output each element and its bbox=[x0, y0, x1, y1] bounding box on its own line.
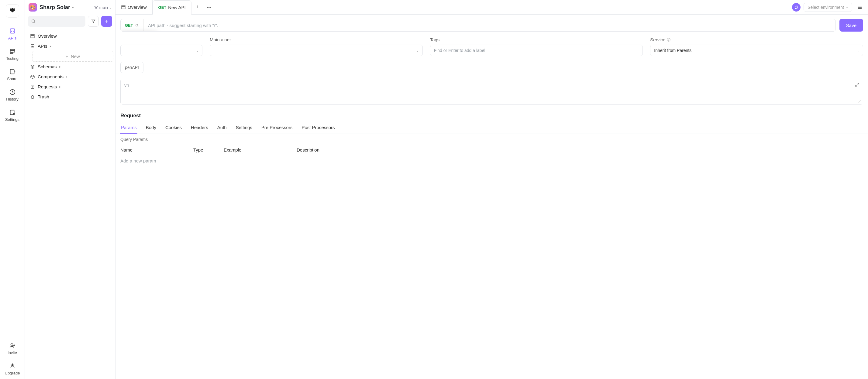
service-select[interactable]: Inherit from Parents ⌄ bbox=[650, 45, 863, 56]
nav-settings[interactable]: Settings bbox=[0, 105, 25, 126]
tab-api-name: New API bbox=[168, 5, 186, 10]
filter-icon bbox=[91, 19, 96, 24]
url-input[interactable] bbox=[144, 23, 835, 28]
svg-point-11 bbox=[96, 8, 96, 8]
trash-icon bbox=[30, 95, 35, 99]
chevron-down-icon: ⌄ bbox=[857, 49, 859, 52]
tree-requests[interactable]: Requests ▸ bbox=[27, 82, 113, 92]
request-tab-auth[interactable]: Auth bbox=[217, 122, 227, 134]
request-tab-params[interactable]: Params bbox=[120, 122, 137, 134]
col-example: Example bbox=[224, 147, 297, 152]
tree-overview[interactable]: Overview bbox=[27, 31, 113, 41]
params-table-header: Name Type Example Description bbox=[116, 145, 868, 155]
url-box: GET GETPOSTPUTDELETEOPTIONSHEADPATCHTRAC… bbox=[120, 19, 836, 32]
left-icon-bar: APIs Testing Share History Settings Invi… bbox=[0, 0, 25, 379]
request-tab-body[interactable]: Body bbox=[145, 122, 157, 134]
method-dropdown: GETPOSTPUTDELETEOPTIONSHEADPATCHTRACE bbox=[120, 31, 157, 32]
svg-rect-0 bbox=[10, 29, 14, 33]
tree-search[interactable] bbox=[28, 16, 85, 27]
nav-apis-label: APIs bbox=[8, 36, 17, 40]
upgrade-icon bbox=[9, 362, 16, 370]
request-tab-headers[interactable]: Headers bbox=[190, 122, 209, 134]
nav-upgrade[interactable]: Upgrade bbox=[0, 359, 25, 379]
branch-caret-icon: ⌄ bbox=[109, 6, 112, 9]
nav-testing-label: Testing bbox=[6, 56, 19, 61]
openapi-button[interactable]: penAPI bbox=[120, 62, 144, 73]
expand-button[interactable] bbox=[853, 81, 861, 89]
project-name[interactable]: Sharp Solar ▼ bbox=[39, 4, 91, 11]
svg-rect-2 bbox=[10, 51, 14, 52]
nav-history-label: History bbox=[6, 97, 18, 101]
overview-icon bbox=[30, 34, 35, 39]
components-icon bbox=[30, 74, 35, 79]
col-type: Type bbox=[193, 147, 224, 152]
hamburger-icon bbox=[857, 5, 863, 10]
tree-schemas[interactable]: Schemas ▸ bbox=[27, 62, 113, 72]
requests-caret-icon: ▸ bbox=[59, 85, 61, 89]
search-small-icon bbox=[135, 23, 139, 27]
branch-selector[interactable]: main ⌄ bbox=[94, 5, 112, 10]
svg-point-12 bbox=[32, 20, 35, 23]
tab-add[interactable]: + bbox=[191, 4, 203, 10]
nav-invite-label: Invite bbox=[8, 350, 17, 355]
tree-schemas-label: Schemas bbox=[38, 64, 57, 69]
nav-history[interactable]: History bbox=[0, 85, 25, 105]
tab-overview[interactable]: Overview bbox=[116, 0, 153, 14]
svg-rect-18 bbox=[122, 5, 125, 6]
request-tab-pre-processors[interactable]: Pre Processors bbox=[261, 122, 293, 134]
nav-invite[interactable]: Invite bbox=[0, 338, 25, 359]
nav-testing[interactable]: Testing bbox=[0, 44, 25, 64]
filter-button[interactable] bbox=[88, 16, 99, 27]
col-description: Description bbox=[297, 147, 863, 152]
svg-rect-1 bbox=[10, 49, 14, 51]
request-tab-post-processors[interactable]: Post Processors bbox=[301, 122, 335, 134]
svg-rect-19 bbox=[122, 7, 125, 9]
nav-share-label: Share bbox=[7, 76, 18, 81]
nav-share[interactable]: Share bbox=[0, 64, 25, 85]
tab-new-api[interactable]: GET New API bbox=[153, 0, 191, 14]
svg-rect-14 bbox=[31, 36, 34, 38]
tree-trash[interactable]: Trash bbox=[27, 92, 113, 102]
resize-icon bbox=[858, 100, 862, 103]
dots-icon: ••• bbox=[207, 5, 211, 10]
project-caret-icon: ▼ bbox=[71, 6, 74, 9]
env-caret-icon: ⌄ bbox=[846, 5, 848, 9]
schemas-icon bbox=[30, 64, 35, 69]
col-name: Name bbox=[120, 147, 193, 152]
maintainer-select[interactable]: ⌄ bbox=[210, 45, 423, 56]
plus-icon: + bbox=[105, 18, 108, 25]
description-input[interactable] bbox=[121, 79, 863, 104]
settings-icon bbox=[9, 109, 16, 116]
save-button[interactable]: Save bbox=[839, 19, 863, 32]
chevron-down-icon: ⌄ bbox=[196, 49, 198, 52]
svg-rect-13 bbox=[31, 34, 34, 35]
requests-icon bbox=[30, 84, 35, 89]
tab-bar: Overview GET New API + ••• Select enviro… bbox=[116, 0, 868, 14]
app-logo[interactable] bbox=[6, 4, 19, 18]
request-tab-cookies[interactable]: Cookies bbox=[165, 122, 182, 134]
resize-handle[interactable] bbox=[858, 100, 862, 104]
tree-components-label: Components bbox=[38, 74, 64, 79]
svg-point-10 bbox=[97, 6, 97, 6]
tags-input[interactable] bbox=[430, 45, 643, 56]
search-icon bbox=[31, 19, 36, 24]
request-section-title: Request bbox=[116, 105, 868, 122]
tab-plus-icon: + bbox=[196, 4, 199, 10]
tab-menu[interactable]: ••• bbox=[203, 5, 215, 10]
status-select[interactable]: ⌄ bbox=[120, 45, 203, 56]
method-selector[interactable]: GET GETPOSTPUTDELETEOPTIONSHEADPATCHTRAC… bbox=[121, 19, 144, 31]
hamburger-menu[interactable] bbox=[855, 3, 864, 12]
environment-selector[interactable]: Select environment ⌄ bbox=[804, 3, 852, 12]
request-tab-settings[interactable]: Settings bbox=[235, 122, 253, 134]
nav-apis[interactable]: APIs bbox=[0, 24, 25, 44]
tree-new[interactable]: + New bbox=[32, 51, 113, 62]
svg-rect-4 bbox=[10, 70, 14, 74]
add-button[interactable]: + bbox=[101, 16, 112, 27]
svg-point-20 bbox=[135, 24, 138, 26]
tree-trash-label: Trash bbox=[38, 94, 49, 99]
tree-apis[interactable]: 9a APIs ▸ bbox=[27, 41, 113, 51]
add-param-row[interactable]: Add a new param bbox=[116, 155, 868, 166]
sync-button[interactable] bbox=[792, 3, 801, 11]
query-params-title: Query Params bbox=[116, 134, 868, 145]
tree-components[interactable]: Components ▸ bbox=[27, 72, 113, 82]
